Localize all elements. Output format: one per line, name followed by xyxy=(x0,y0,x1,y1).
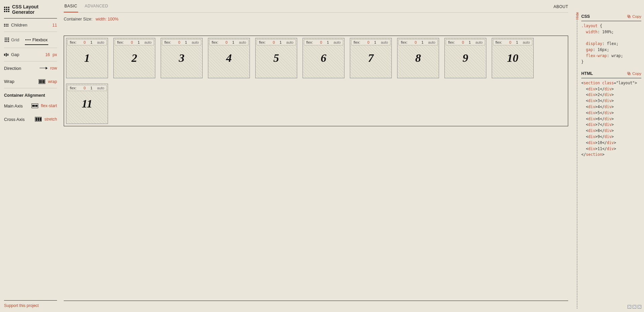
cell-flex-grow[interactable]: 0 xyxy=(320,40,322,44)
cell-flex-grow[interactable]: 0 xyxy=(273,40,275,44)
css-code-block[interactable]: .layout { width: 100%; display: flex; ga… xyxy=(581,21,641,65)
children-control[interactable]: Children 11 xyxy=(4,18,57,32)
cell-flex-grow[interactable]: 0 xyxy=(178,40,180,44)
children-icon xyxy=(4,24,8,27)
direction-label: Direction xyxy=(4,66,21,71)
cell-flex-grow[interactable]: 0 xyxy=(225,40,227,44)
theme-swatch[interactable] xyxy=(633,305,636,309)
cell-flex-basis[interactable]: auto xyxy=(239,40,246,44)
layout-cell[interactable]: flex:01auto6 xyxy=(303,38,344,78)
layout-cell[interactable]: flex:01auto7 xyxy=(350,38,392,78)
cell-flex-label: flex: xyxy=(259,40,266,44)
cross-axis-value[interactable]: stretch xyxy=(44,117,57,122)
direction-value[interactable]: row xyxy=(50,66,57,71)
support-link[interactable]: Support this project xyxy=(4,300,57,312)
cell-flex-shrink[interactable]: 1 xyxy=(469,40,471,44)
copy-css-button[interactable]: Copy xyxy=(627,14,641,18)
cell-flex-basis[interactable]: auto xyxy=(523,40,530,44)
theme-swatch[interactable] xyxy=(638,305,641,309)
cell-flex-shrink[interactable]: 1 xyxy=(232,40,234,44)
gap-value[interactable]: 16 xyxy=(45,52,50,57)
layout-cell[interactable]: flex:01auto8 xyxy=(397,38,439,78)
about-link[interactable]: ABOUT xyxy=(553,4,568,12)
cell-flex-basis[interactable]: auto xyxy=(334,40,341,44)
cell-flex-grow[interactable]: 0 xyxy=(131,40,133,44)
theme-swatch[interactable] xyxy=(628,305,631,309)
html-code-block[interactable]: <section class="layout"> <div>1</div> <d… xyxy=(581,78,641,158)
cell-flex-grow[interactable]: 0 xyxy=(415,40,417,44)
cell-flex-control[interactable]: flex:01auto xyxy=(304,39,343,45)
layout-cell[interactable]: flex:01auto5 xyxy=(255,38,297,78)
main-footer-rule xyxy=(64,301,568,312)
tab-advanced[interactable]: ADVANCED xyxy=(84,4,109,12)
cell-flex-control[interactable]: flex:01auto xyxy=(351,39,390,45)
copy-html-button[interactable]: Copy xyxy=(627,72,641,76)
cell-flex-control[interactable]: flex:01auto xyxy=(67,39,107,45)
cell-flex-shrink[interactable]: 1 xyxy=(279,40,281,44)
cell-flex-control[interactable]: flex:01auto xyxy=(257,39,296,45)
align-stretch-icon xyxy=(35,117,42,122)
direction-control[interactable]: Direction row xyxy=(4,61,57,75)
hide-panel-button[interactable]: Hide xyxy=(576,12,579,19)
layout-cell[interactable]: flex:01auto1 xyxy=(66,38,108,78)
cell-flex-control[interactable]: flex:01auto xyxy=(398,39,438,45)
children-count[interactable]: 11 xyxy=(52,23,57,28)
cell-flex-shrink[interactable]: 1 xyxy=(374,40,376,44)
tab-basic[interactable]: BASIC xyxy=(64,4,78,12)
main-axis-control[interactable]: Main Axis flex-start xyxy=(4,99,57,113)
html-title: HTML xyxy=(581,71,593,76)
cell-number: 2 xyxy=(131,52,137,64)
layout-cell[interactable]: flex:01auto9 xyxy=(444,38,486,78)
cell-flex-control[interactable]: flex:01auto xyxy=(209,39,249,45)
cell-flex-basis[interactable]: auto xyxy=(476,40,483,44)
tab-grid[interactable]: Grid xyxy=(4,35,20,45)
cell-flex-grow[interactable]: 0 xyxy=(462,40,464,44)
layout-cell[interactable]: flex:01auto2 xyxy=(113,38,155,78)
cell-number: 11 xyxy=(82,97,92,110)
gap-unit[interactable]: px xyxy=(53,52,57,57)
container-size-row: Container Size: width: 100% xyxy=(64,13,568,21)
cell-flex-shrink[interactable]: 1 xyxy=(138,40,140,44)
cell-flex-basis[interactable]: auto xyxy=(97,40,104,44)
gap-icon xyxy=(4,53,8,56)
cell-flex-control[interactable]: flex:01auto xyxy=(162,39,201,45)
cell-flex-shrink[interactable]: 1 xyxy=(90,40,92,44)
cell-flex-shrink[interactable]: 1 xyxy=(421,40,423,44)
cell-flex-control[interactable]: flex:01auto xyxy=(493,39,532,45)
tab-flexbox-label: Flexbox xyxy=(33,37,48,42)
cell-flex-control[interactable]: flex:01auto xyxy=(67,85,107,91)
cell-flex-grow[interactable]: 0 xyxy=(84,40,86,44)
cell-flex-shrink[interactable]: 1 xyxy=(90,86,92,90)
cell-flex-basis[interactable]: auto xyxy=(145,40,152,44)
tab-flexbox[interactable]: Flexbox xyxy=(25,35,49,45)
cell-flex-shrink[interactable]: 1 xyxy=(327,40,329,44)
layout-canvas[interactable]: flex:01auto1flex:01auto2flex:01auto3flex… xyxy=(64,36,568,126)
cell-flex-shrink[interactable]: 1 xyxy=(516,40,518,44)
copy-icon xyxy=(627,14,631,18)
cell-flex-basis[interactable]: auto xyxy=(286,40,293,44)
app-title-row: CSS Layout Generator xyxy=(4,4,57,18)
gap-control[interactable]: Gap 16 px xyxy=(4,48,57,61)
wrap-icon xyxy=(39,79,45,84)
cell-flex-grow[interactable]: 0 xyxy=(367,40,369,44)
cell-flex-basis[interactable]: auto xyxy=(428,40,435,44)
cell-flex-basis[interactable]: auto xyxy=(381,40,388,44)
cell-flex-grow[interactable]: 0 xyxy=(509,40,511,44)
cell-flex-control[interactable]: flex:01auto xyxy=(115,39,154,45)
container-size-value[interactable]: width: 100% xyxy=(96,17,118,21)
wrap-value[interactable]: wrap xyxy=(48,79,57,84)
cell-flex-grow[interactable]: 0 xyxy=(84,86,86,90)
layout-cell[interactable]: flex:01auto10 xyxy=(492,38,534,78)
justify-start-icon xyxy=(32,103,38,108)
layout-cell[interactable]: flex:01auto4 xyxy=(208,38,250,78)
wrap-control[interactable]: Wrap wrap xyxy=(4,75,57,88)
cell-flex-basis[interactable]: auto xyxy=(97,86,104,90)
cross-axis-control[interactable]: Cross Axis stretch xyxy=(4,113,57,126)
layout-cell[interactable]: flex:01auto3 xyxy=(161,38,203,78)
cell-flex-shrink[interactable]: 1 xyxy=(185,40,187,44)
main-axis-value[interactable]: flex-start xyxy=(41,103,57,108)
cell-flex-basis[interactable]: auto xyxy=(192,40,199,44)
cell-flex-control[interactable]: flex:01auto xyxy=(446,39,485,45)
layout-cell[interactable]: flex:01auto11 xyxy=(66,84,108,124)
cell-flex-label: flex: xyxy=(354,40,360,44)
